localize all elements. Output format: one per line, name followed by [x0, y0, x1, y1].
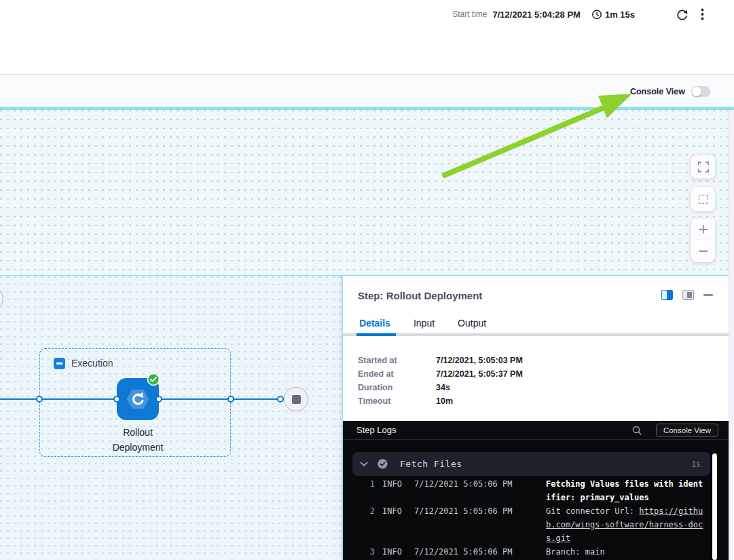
step-detail-rows: Started at 7/12/2021, 5:05:03 PM Ended a…: [358, 354, 523, 408]
panel-layout-controls: [661, 290, 713, 300]
duration-value: 1m 15s: [605, 10, 635, 20]
console-scrollbar[interactable]: [712, 453, 717, 560]
success-badge-icon: [147, 373, 160, 386]
detail-label: Ended at: [358, 369, 436, 379]
offscreen-node: [0, 288, 3, 310]
port-end-left: [277, 396, 284, 403]
pipeline-execution-page: Start time 7/12/2021 5:04:28 PM 1m 15s: [0, 0, 734, 560]
log-console: Fetch Files 1s 1 INFO 7/12/2021 5:05:06 …: [343, 440, 729, 560]
console-view-label: Console View: [630, 87, 685, 96]
fit-to-screen-icon: [699, 195, 708, 204]
clock-icon: [591, 9, 602, 20]
detail-label: Started at: [358, 356, 436, 365]
log-line-number: 3: [343, 545, 375, 559]
log-level: INFO: [375, 545, 414, 559]
tab-output[interactable]: Output: [458, 318, 486, 329]
node-label-line1: Rollout: [84, 425, 192, 440]
fit-to-screen-button[interactable]: [691, 187, 715, 211]
log-timestamp: 7/12/2021 5:05:06 PM: [414, 504, 546, 545]
active-tab-underline: [356, 333, 396, 336]
duration-wrap: 1m 15s: [591, 9, 635, 20]
rollout-deployment-node[interactable]: [117, 378, 159, 420]
port-group-right: [227, 396, 234, 403]
zoom-out-icon: [698, 246, 709, 257]
detail-row-started-at: Started at 7/12/2021, 5:05:03 PM: [358, 354, 523, 367]
detail-value: 34s: [436, 383, 450, 392]
detail-row-duration: Duration 34s: [358, 381, 523, 394]
rollout-step-icon: [126, 387, 150, 411]
start-time-value: 7/12/2021 5:04:28 PM: [493, 10, 581, 20]
log-message: Fetching Values files with identifier: p…: [546, 477, 706, 504]
refresh-icon: [676, 8, 689, 21]
log-row: 1 INFO 7/12/2021 5:05:06 PM Fetching Val…: [343, 477, 729, 504]
zoom-in-button[interactable]: [691, 219, 715, 240]
detail-row-ended-at: Ended at 7/12/2021, 5:05:37 PM: [358, 367, 523, 381]
zoom-button-group: [691, 219, 715, 262]
step-logs-bar: Step Logs Console View: [343, 421, 729, 440]
log-message-text: Git connector Url:: [546, 506, 639, 516]
tab-details[interactable]: Details: [359, 318, 390, 329]
detail-label: Duration: [358, 383, 436, 392]
tab-input[interactable]: Input: [414, 318, 435, 329]
fullscreen-button[interactable]: [691, 155, 715, 179]
refresh-button[interactable]: [674, 7, 690, 22]
detail-label: Timeout: [358, 396, 436, 406]
log-level: INFO: [375, 477, 414, 504]
log-rows: 1 INFO 7/12/2021 5:05:06 PM Fetching Val…: [343, 477, 729, 559]
search-icon: [631, 425, 642, 436]
execution-group-label: Execution: [71, 358, 113, 369]
stage-execution-canvas[interactable]: Execution Rollout Deployment: [0, 276, 342, 560]
log-message: Branch: main: [546, 545, 706, 559]
port-node-right: [155, 396, 162, 403]
log-timestamp: 7/12/2021 5:05:06 PM: [414, 477, 546, 504]
split-view-bottom-button[interactable]: [682, 290, 694, 300]
split-view-right-button[interactable]: [661, 290, 673, 300]
expand-icon: [697, 161, 710, 173]
step-details-panel: Step: Rollout Deployment Details Input O…: [342, 276, 729, 560]
console-view-toggle[interactable]: [691, 86, 710, 97]
panel-title: Step: Rollout Deployment: [358, 290, 482, 301]
step-logs-title: Step Logs: [356, 425, 630, 435]
toggle-knob: [692, 87, 701, 96]
stop-node[interactable]: [284, 387, 308, 411]
node-label-line2: Deployment: [84, 440, 192, 455]
page-scroll-gutter: [729, 110, 734, 560]
console-view-button[interactable]: Console View: [656, 424, 718, 437]
log-group-status: [377, 458, 388, 470]
zoom-out-button[interactable]: [691, 240, 715, 262]
log-group-header[interactable]: Fetch Files 1s: [352, 452, 710, 476]
node-label: Rollout Deployment: [84, 425, 192, 455]
collapse-logs-button[interactable]: [360, 462, 368, 467]
log-timestamp: 7/12/2021 5:05:06 PM: [414, 545, 546, 559]
port-node-left: [113, 396, 120, 403]
page-header: Start time 7/12/2021 5:04:28 PM 1m 15s: [0, 0, 734, 75]
zoom-in-icon: [698, 224, 709, 235]
detail-row-timeout: Timeout 10m: [358, 394, 523, 408]
log-group-name: Fetch Files: [400, 459, 691, 469]
execution-time-controls: Start time 7/12/2021 5:04:28 PM 1m 15s: [452, 6, 705, 22]
more-options-button[interactable]: [699, 7, 705, 22]
log-message: Git connector Url: https://github.com/wi…: [546, 504, 706, 545]
pipeline-canvas[interactable]: [0, 110, 734, 275]
collapse-group-button[interactable]: [54, 358, 65, 369]
stop-icon: [292, 395, 301, 404]
check-circle-icon: [377, 458, 388, 470]
tab-underline-track: [343, 333, 729, 336]
kebab-menu-icon: [701, 8, 704, 20]
log-search-button[interactable]: [630, 424, 644, 437]
detail-value: 7/12/2021, 5:05:03 PM: [436, 356, 523, 365]
minimize-panel-button[interactable]: [703, 294, 713, 296]
log-row: 3 INFO 7/12/2021 5:05:06 PM Branch: main: [343, 545, 729, 559]
log-line-number: 2: [343, 504, 375, 545]
panel-tabs: Details Input Output: [359, 318, 486, 329]
split-view-right-icon: [667, 291, 672, 299]
log-line-number: 1: [343, 477, 375, 504]
port-group-left: [36, 396, 43, 403]
canvas-zoom-controls: [691, 155, 715, 262]
split-view-bottom-icon: [687, 292, 692, 298]
detail-value: 10m: [436, 396, 453, 406]
detail-value: 7/12/2021, 5:05:37 PM: [436, 369, 523, 379]
console-view-toggle-row: Console View: [630, 86, 710, 97]
log-row: 2 INFO 7/12/2021 5:05:06 PM Git connecto…: [343, 504, 729, 545]
log-group-duration: 1s: [691, 460, 701, 469]
